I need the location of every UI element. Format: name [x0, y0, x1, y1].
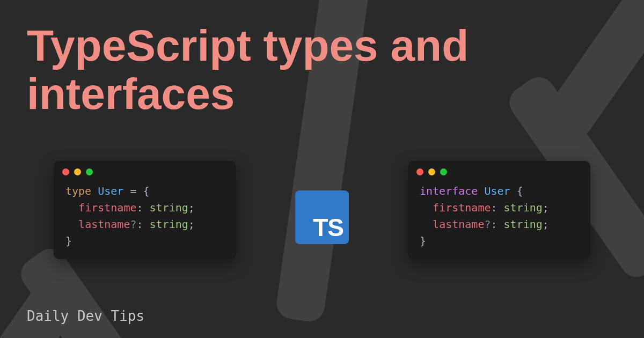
optional-marker: ?	[484, 218, 491, 231]
optional-marker: ?	[130, 218, 136, 231]
typescript-logo: TS	[295, 190, 349, 244]
maximize-icon	[86, 168, 93, 175]
close-icon	[62, 168, 69, 175]
property: firstname	[433, 201, 491, 214]
code-block-type: type User = { firstname: string; lastnam…	[54, 183, 236, 249]
window-traffic-lights	[54, 168, 236, 183]
punct: = {	[123, 185, 149, 197]
brace-close: }	[65, 234, 72, 247]
property: lastname	[433, 218, 484, 231]
keyword: type	[65, 185, 91, 197]
property: lastname	[78, 218, 130, 231]
page-title: TypeScript types and interfaces	[27, 21, 617, 118]
code-window-interface: interface User { firstname: string; last…	[408, 161, 590, 259]
brace-close: }	[420, 234, 426, 247]
maximize-icon	[440, 168, 447, 175]
type-annotation: string	[150, 201, 188, 214]
keyword: interface	[420, 185, 478, 197]
minimize-icon	[74, 168, 81, 175]
identifier: User	[484, 185, 510, 197]
type-annotation: string	[504, 201, 543, 214]
window-traffic-lights	[408, 168, 590, 183]
property: firstname	[78, 201, 136, 214]
code-window-type: type User = { firstname: string; lastnam…	[54, 161, 236, 259]
code-block-interface: interface User { firstname: string; last…	[408, 183, 590, 249]
type-annotation: string	[504, 218, 543, 231]
typescript-logo-label: TS	[313, 213, 343, 242]
identifier: User	[98, 185, 123, 197]
footer-brand: Daily Dev Tips	[27, 308, 144, 324]
close-icon	[416, 168, 423, 175]
type-annotation: string	[150, 218, 188, 231]
brace-open: {	[510, 185, 523, 197]
minimize-icon	[428, 168, 435, 175]
